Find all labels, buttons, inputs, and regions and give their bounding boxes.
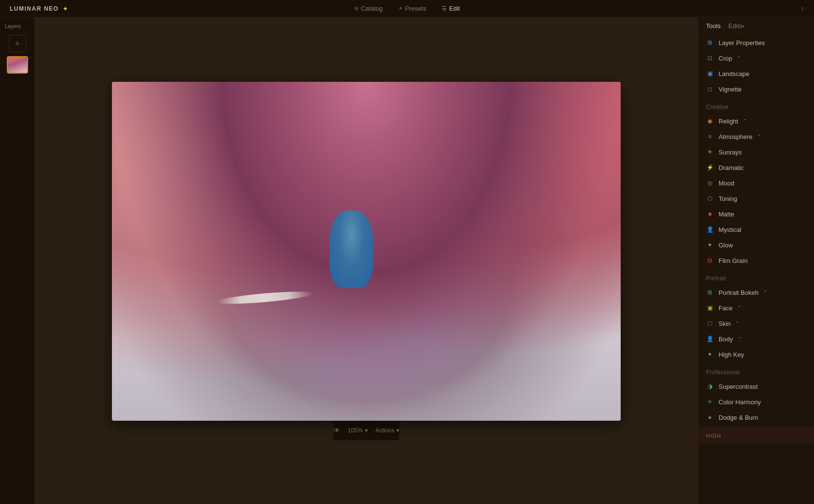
vignette-icon: ◻ (706, 85, 714, 93)
sunrays-icon: ✳ (706, 148, 714, 156)
body-icon: 👤 (706, 335, 714, 343)
tool-skin-label: Skin (719, 320, 731, 327)
header-actions: ↑ (801, 5, 804, 13)
nav-catalog-label: Catalog (361, 5, 383, 12)
surfer-body (329, 211, 373, 288)
crop-icon: ⊡ (706, 54, 714, 62)
tool-atmosphere[interactable]: ≡ Atmosphere " (698, 129, 814, 144)
professional-header: Professional (698, 362, 814, 379)
tool-landscape-label: Landscape (719, 70, 750, 77)
high-key-icon: ✦ (706, 351, 714, 358)
presets-icon: ✦ (398, 5, 403, 12)
catalog-icon: ⊞ (354, 5, 359, 12)
tool-portrait-bokeh-label: Portrait Bokeh (719, 289, 758, 296)
tool-body[interactable]: 👤 Body " (698, 331, 814, 347)
nav-presets[interactable]: ✦ Presets (398, 5, 426, 12)
edits-dot: • (742, 24, 744, 29)
atmosphere-badge: " (758, 134, 760, 139)
dramatic-icon: ⚡ (706, 164, 714, 171)
face-badge: " (738, 305, 740, 311)
creative-header: Creative (698, 97, 814, 113)
nav-catalog[interactable]: ⊞ Catalog (354, 5, 383, 12)
preview-eye-icon[interactable]: 👁 (333, 427, 340, 434)
tool-body-label: Body (719, 336, 733, 343)
tab-edits[interactable]: Edits• (728, 22, 744, 30)
tool-crop-label: Crop (719, 55, 732, 62)
mystical-icon: 👤 (706, 226, 714, 233)
tool-glow-label: Glow (719, 242, 733, 249)
photo-canvas (112, 82, 621, 421)
professional-section: Professional ◑ Supercontrast ✳ Color Har… (698, 362, 814, 425)
tool-color-harmony[interactable]: ✳ Color Harmony (698, 394, 814, 410)
tool-crop[interactable]: ⊡ Crop " (698, 50, 814, 66)
tool-mood-label: Mood (719, 180, 735, 187)
tool-sunrays-label: Sunrays (719, 149, 742, 156)
glow-icon: ✦ (706, 241, 714, 249)
tool-color-harmony-label: Color Harmony (719, 398, 761, 406)
tool-mood[interactable]: ◎ Mood (698, 175, 814, 191)
tool-high-key[interactable]: ✦ High Key (698, 347, 814, 362)
portrait-section: Portrait ⊞ Portrait Bokeh " ▣ Face " ⬡ S… (698, 268, 814, 362)
tool-sunrays[interactable]: ✳ Sunrays (698, 144, 814, 160)
add-layer-icon: + (15, 39, 20, 49)
portrait-bokeh-icon: ⊞ (706, 289, 714, 296)
right-panel: Tools Edits• ⊞ Layer Properties ⊡ Crop "… (698, 17, 814, 504)
tool-atmosphere-label: Atmosphere (719, 133, 752, 140)
supercontrast-icon: ◑ (706, 382, 714, 390)
toning-icon: ⬡ (706, 195, 714, 202)
add-layer-button[interactable]: + (9, 35, 26, 52)
matte-icon: ■ (706, 210, 714, 218)
layer-thumbnail[interactable] (7, 56, 28, 74)
tool-vignette[interactable]: ◻ Vignette (698, 81, 814, 97)
zoom-chevron-icon: ▾ (365, 427, 368, 434)
panel-content: ⊞ Layer Properties ⊡ Crop " ▣ Landscape … (698, 35, 814, 504)
tool-film-grain[interactable]: ⊟ Film Grain (698, 253, 814, 268)
layers-sidebar: Layers + (0, 17, 35, 504)
body-badge: " (739, 336, 741, 342)
nav-presets-label: Presets (405, 5, 426, 12)
tool-portrait-bokeh[interactable]: ⊞ Portrait Bokeh " (698, 285, 814, 300)
tool-layer-properties[interactable]: ⊞ Layer Properties (698, 35, 814, 50)
high-label: High (706, 433, 721, 439)
nav-edit[interactable]: ☰ Edit (442, 5, 460, 12)
tool-glow[interactable]: ✦ Glow (698, 237, 814, 253)
dodge-burn-icon: ● (706, 413, 714, 421)
skin-icon: ⬡ (706, 320, 714, 327)
tool-mystical[interactable]: 👤 Mystical (698, 222, 814, 237)
tool-face[interactable]: ▣ Face " (698, 300, 814, 316)
tool-skin[interactable]: ⬡ Skin " (698, 316, 814, 331)
tool-dodge-burn-label: Dodge & Burn (719, 414, 758, 421)
tab-tools[interactable]: Tools (706, 22, 720, 30)
high-section: High (698, 427, 814, 443)
canvas-area: 👁 105% ▾ Actions ▾ (35, 17, 698, 504)
tool-dramatic[interactable]: ⚡ Dramatic (698, 160, 814, 175)
surfer-figure (329, 211, 373, 288)
tool-supercontrast[interactable]: ◑ Supercontrast (698, 379, 814, 394)
tool-landscape[interactable]: ▣ Landscape (698, 66, 814, 81)
tool-toning[interactable]: ⬡ Toning (698, 191, 814, 206)
tool-dodge-burn[interactable]: ● Dodge & Burn (698, 410, 814, 425)
main-layout: Layers + 👁 105% ▾ Actions (0, 17, 814, 504)
panel-tabs: Tools Edits• (698, 17, 814, 35)
edit-icon: ☰ (442, 5, 447, 12)
tool-matte[interactable]: ■ Matte (698, 206, 814, 222)
face-icon: ▣ (706, 304, 714, 312)
crop-badge: " (738, 56, 740, 61)
tool-dramatic-label: Dramatic (719, 164, 744, 171)
tool-relight[interactable]: ◉ Relight " (698, 113, 814, 129)
bottom-toolbar: 👁 105% ▾ Actions ▾ (333, 421, 399, 440)
tool-vignette-label: Vignette (719, 86, 741, 93)
tool-matte-label: Matte (719, 211, 735, 218)
share-icon[interactable]: ↑ (801, 5, 804, 13)
layer-thumb-inner (8, 57, 27, 73)
landscape-icon: ▣ (706, 70, 714, 77)
color-harmony-icon: ✳ (706, 398, 714, 406)
actions-label: Actions (376, 427, 394, 434)
actions-button[interactable]: Actions ▾ (376, 427, 399, 434)
actions-chevron-icon: ▾ (396, 427, 399, 434)
nav-edit-label: Edit (449, 5, 460, 12)
portrait-header: Portrait (698, 268, 814, 285)
layer-properties-icon: ⊞ (706, 39, 714, 46)
zoom-control[interactable]: 105% ▾ (348, 427, 368, 434)
edits-label: Edits (728, 22, 742, 30)
